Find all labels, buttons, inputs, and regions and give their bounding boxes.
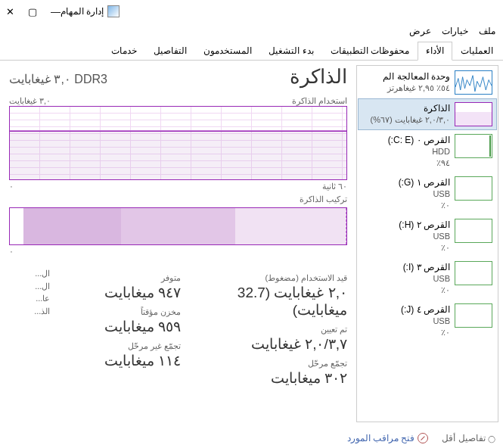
menu-view[interactable]: عرض bbox=[409, 26, 431, 36]
hw3: عا... bbox=[9, 292, 50, 305]
cpu-sub: ٥٤٪ ٢,٩٥ غيغاهرتز bbox=[383, 82, 450, 94]
paged-value: ٣٠٢ ميغابايت bbox=[194, 369, 347, 387]
sidebar-item-cpu[interactable]: وحدة المعالجة الم ٥٤٪ ٢,٩٥ غيغاهرتز bbox=[358, 67, 497, 98]
memory-detail-panel: الذاكرة ٣,٠ غيغابايت DDR3 استخدام الذاكر… bbox=[5, 65, 352, 422]
memory-heading: الذاكرة bbox=[290, 65, 347, 89]
menu-file[interactable]: ملف bbox=[479, 26, 495, 36]
paged-label: تجمّع مرحّل bbox=[194, 359, 347, 369]
fewer-details-link[interactable]: ◯ تفاصيل أقل bbox=[442, 433, 495, 443]
cached-value: ٩٥٩ ميغابايت bbox=[64, 318, 181, 335]
available-value: ٩٤٧ ميغابايت bbox=[64, 284, 181, 301]
tab-startup[interactable]: بدء التشغيل bbox=[260, 42, 321, 61]
tab-app-history[interactable]: محفوظات التطبيقات bbox=[322, 42, 418, 61]
disk4-sub1: USB bbox=[401, 316, 450, 327]
memory-title: الذاكرة bbox=[371, 102, 450, 114]
cpu-title: وحدة المعالجة الم bbox=[383, 70, 450, 82]
in-use-label: قيد الاستخدام (مضغوط) bbox=[194, 273, 347, 283]
menu-options[interactable]: خيارات bbox=[442, 26, 468, 36]
sidebar-item-memory[interactable]: الذاكرة ٢,٠/٣,٠ غيغابايت (٦٧%) bbox=[358, 98, 497, 130]
memory-sub: ٢,٠/٣,٠ غيغابايت (٦٧%) bbox=[371, 114, 450, 126]
memory-composition-chart bbox=[9, 207, 347, 245]
disk3-title: القرص ٣ (I:) bbox=[403, 261, 450, 273]
sidebar-item-disk2[interactable]: القرص ٢ (H:) USB ٠٪ bbox=[358, 215, 497, 257]
disk-thumb-icon bbox=[455, 134, 492, 158]
tab-services[interactable]: خدمات bbox=[103, 42, 145, 61]
hw4: الذ... bbox=[9, 305, 50, 318]
chart-usage-label: استخدام الذاكرة bbox=[292, 96, 347, 106]
tab-performance[interactable]: الأداء bbox=[418, 42, 452, 61]
disk-thumb-icon bbox=[455, 176, 492, 201]
app-icon bbox=[107, 5, 120, 17]
hw-list: ال... ال... عا... الذ... bbox=[9, 267, 50, 387]
disk0-sub1: HDD bbox=[388, 146, 450, 157]
window-title: إدارة المهام bbox=[61, 6, 104, 17]
open-resource-monitor-link[interactable]: فتح مراقب المورد bbox=[347, 433, 429, 443]
available-label: متوفر bbox=[64, 273, 181, 283]
memory-usage-chart bbox=[9, 106, 347, 180]
tab-processes[interactable]: العمليات bbox=[452, 42, 501, 61]
close-icon[interactable]: ✕ bbox=[6, 6, 14, 17]
tab-bar: العمليات الأداء محفوظات التطبيقات بدء ال… bbox=[0, 41, 503, 61]
resource-monitor-icon bbox=[418, 433, 428, 443]
disk2-sub1: USB bbox=[399, 231, 450, 242]
disk1-title: القرص ١ (G:) bbox=[399, 176, 450, 188]
in-use-value: ٢,٠ غيغابايت (32.7 ميغابايت) bbox=[194, 284, 347, 319]
cached-label: مخزن مؤقتاً bbox=[64, 307, 181, 317]
disk1-sub1: USB bbox=[399, 188, 450, 200]
disk2-sub2: ٠٪ bbox=[399, 242, 450, 254]
sidebar-item-disk4[interactable]: القرص ٤ (J:) USB ٠٪ bbox=[358, 300, 497, 342]
committed-value: ٢,٠/٣,٧ غيغابايت bbox=[194, 335, 347, 353]
hw2: ال... bbox=[9, 280, 50, 293]
minimize-icon[interactable]: — bbox=[51, 6, 61, 17]
chart-x-end: ٠ bbox=[9, 182, 14, 191]
disk0-title: القرص ٠ (C: E:) bbox=[388, 134, 450, 146]
sidebar-item-disk1[interactable]: القرص ١ (G:) USB ٠٪ bbox=[358, 173, 497, 215]
window-controls: ✕ ▢ — bbox=[6, 6, 61, 17]
tab-users[interactable]: المستخدمون bbox=[195, 42, 260, 61]
nonpaged-label: تجمّع غير مرحّل bbox=[64, 341, 181, 351]
disk-thumb-icon bbox=[455, 261, 492, 285]
memory-capacity: ٣,٠ غيغابايت DDR3 bbox=[9, 72, 107, 86]
disk0-sub2: ٩٤٪ bbox=[388, 157, 450, 169]
comp-label: تركيب الذاكرة bbox=[300, 194, 347, 204]
maximize-icon[interactable]: ▢ bbox=[28, 6, 37, 17]
sidebar-item-disk0[interactable]: القرص ٠ (C: E:) HDD ٩٤٪ bbox=[358, 130, 497, 173]
sidebar-item-disk3[interactable]: القرص ٣ (I:) USB ٠٪ bbox=[358, 257, 497, 300]
committed-label: تم تعيين bbox=[194, 325, 347, 334]
hw1: ال... bbox=[9, 267, 50, 280]
disk4-sub2: ٠٪ bbox=[401, 327, 450, 338]
tab-details[interactable]: التفاصيل bbox=[145, 42, 195, 61]
menu-bar: ملف خيارات عرض bbox=[0, 23, 503, 39]
disk-thumb-icon bbox=[455, 219, 492, 243]
memory-thumb-icon bbox=[455, 102, 492, 126]
disk1-sub2: ٠٪ bbox=[399, 200, 450, 211]
performance-sidebar: وحدة المعالجة الم ٥٤٪ ٢,٩٥ غيغاهرتز الذا… bbox=[356, 65, 498, 422]
cpu-thumb-icon bbox=[455, 70, 492, 95]
chart-y-max: ٣,٠ غيغابايت bbox=[9, 96, 51, 106]
titlebar: ✕ ▢ — إدارة المهام bbox=[0, 0, 503, 23]
chart-y-min: ٠ bbox=[9, 247, 14, 257]
chart-x-start: ٦٠ ثانية bbox=[322, 182, 347, 191]
nonpaged-value: ١١٤ ميغابايت bbox=[64, 352, 181, 369]
disk-thumb-icon bbox=[455, 303, 492, 328]
disk4-title: القرص ٤ (J:) bbox=[401, 303, 450, 316]
footer-bar: ◯ تفاصيل أقل فتح مراقب المورد bbox=[8, 433, 495, 443]
disk2-title: القرص ٢ (H:) bbox=[399, 219, 450, 231]
disk3-sub2: ٠٪ bbox=[403, 285, 450, 296]
disk3-sub1: USB bbox=[403, 273, 450, 285]
